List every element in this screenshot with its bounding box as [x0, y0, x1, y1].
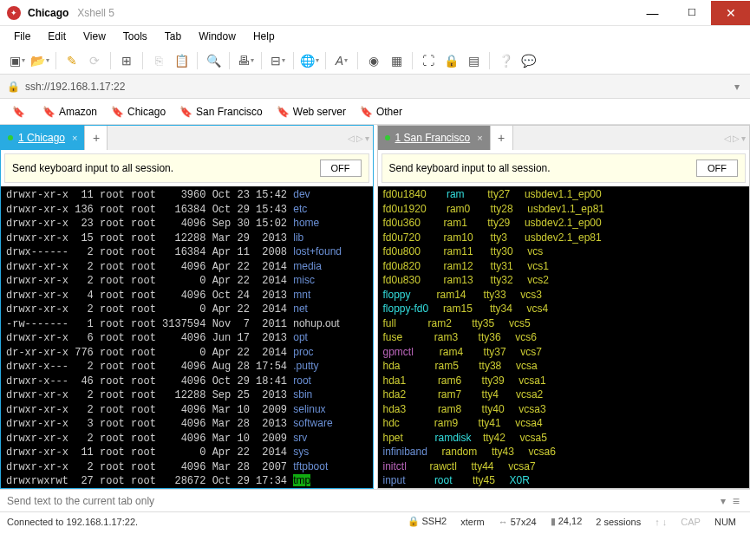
status-num: NUM: [708, 517, 743, 527]
status-dot-icon: [385, 135, 390, 140]
bookmark-label: Chicago: [127, 106, 166, 118]
status-size: ↔57x24: [492, 517, 544, 527]
broadcast-toggle-button[interactable]: OFF: [320, 160, 362, 177]
copy-button[interactable]: ⎘: [148, 50, 169, 71]
menu-view[interactable]: View: [76, 29, 113, 44]
status-arrows: ↑ ↓: [648, 517, 674, 527]
bookmark-icon: 🔖: [277, 106, 290, 118]
window-subtitle: Xshell 5: [77, 7, 114, 19]
tab-row-right: 1 San Francisco × + ◁ ▷ ▾: [378, 126, 750, 150]
tab-next-icon[interactable]: ▷: [356, 133, 363, 143]
terminal-chicago[interactable]: drwxr-xr-x 11 root root 3960 Oct 23 15:4…: [1, 186, 373, 488]
feedback-button[interactable]: 💬: [518, 50, 538, 71]
bookmark-other[interactable]: 🔖Other: [355, 104, 408, 120]
menu-help[interactable]: Help: [246, 29, 282, 44]
theme-button[interactable]: ▦: [386, 50, 407, 71]
tab-sanfrancisco[interactable]: 1 San Francisco ×: [378, 126, 491, 150]
bookmark-label: Web server: [293, 106, 346, 118]
lock-button[interactable]: 🔒: [440, 50, 461, 71]
lock-icon: 🔒: [7, 81, 20, 93]
bookmark-web-server[interactable]: 🔖Web server: [271, 104, 351, 120]
app-logo-icon: ✦: [7, 6, 21, 20]
tab-nav-right: ◁ ▷ ▾: [724, 126, 746, 150]
address-input[interactable]: [25, 81, 731, 93]
send-input[interactable]: [7, 495, 717, 507]
bookmark-label: San Francisco: [196, 106, 263, 118]
status-cap: CAP: [674, 517, 708, 527]
new-session-button[interactable]: ▣: [7, 50, 28, 71]
find-button[interactable]: 🔍: [203, 50, 224, 71]
pane-sanfrancisco: 1 San Francisco × + ◁ ▷ ▾ Send keyboard …: [377, 125, 751, 489]
tab-label: 1 San Francisco: [395, 132, 471, 144]
color-scheme-button[interactable]: ◉: [363, 50, 384, 71]
bookmark-icon: 🔖: [111, 106, 124, 118]
font-button[interactable]: A: [331, 50, 352, 71]
tab-add-button[interactable]: +: [491, 126, 513, 150]
toolbar: ▣ 📂 ✎ ⟳ ⊞ ⎘ 📋 🔍 🖶 ⊟ 🌐 A ◉ ▦ ⛶ 🔒 ▤ ❔ 💬: [0, 47, 750, 75]
tab-nav-left: ◁ ▷ ▾: [348, 126, 369, 150]
status-ssh: 🔒SSH2: [401, 516, 454, 527]
highlight-button[interactable]: ✎: [62, 50, 82, 71]
send-menu-icon[interactable]: ≡: [729, 494, 743, 508]
cursor-icon: ▮: [551, 516, 556, 526]
tab-row-left: 1 Chicago × + ◁ ▷ ▾: [1, 126, 373, 150]
print-button[interactable]: 🖶: [235, 50, 256, 71]
broadcast-bar-right: Send keyboard input to all session. OFF: [382, 153, 747, 183]
broadcast-msg: Send keyboard input to all session.: [12, 162, 173, 174]
tab-add-button[interactable]: +: [85, 126, 108, 150]
bookmark-amazon[interactable]: 🔖Amazon: [37, 104, 102, 120]
bookmark-multi-icon: 🔖: [360, 106, 373, 118]
bookmark-label: Amazon: [59, 106, 97, 118]
bookmark-label: Other: [376, 106, 402, 118]
titlebar: ✦ Chicago Xshell 5 — ☐ ✕: [0, 0, 750, 26]
tab-list-icon[interactable]: ▾: [365, 133, 369, 143]
status-sessions: 2 sessions: [589, 517, 648, 527]
bookmark-san-francisco[interactable]: 🔖San Francisco: [174, 104, 268, 120]
open-button[interactable]: 📂: [29, 50, 50, 71]
menubar: FileEditViewToolsTabWindowHelp: [0, 26, 750, 47]
tab-prev-icon[interactable]: ◁: [724, 133, 731, 143]
menu-file[interactable]: File: [7, 29, 37, 44]
close-button[interactable]: ✕: [711, 1, 750, 25]
properties-button[interactable]: ⊞: [116, 50, 137, 71]
menu-window[interactable]: Window: [192, 29, 243, 44]
terminal-sanfrancisco[interactable]: fd0u1840 ram tty27 usbdev1.1_ep00 fd0u19…: [378, 186, 750, 488]
status-connection: Connected to 192.168.1.17:22.: [7, 517, 138, 527]
minimize-button[interactable]: —: [633, 1, 672, 25]
address-dropdown-icon[interactable]: ▾: [731, 81, 743, 93]
bookmark-icon: 🔖: [42, 106, 55, 118]
tab-label: 1 Chicago: [18, 132, 65, 144]
status-dot-icon: [8, 135, 13, 140]
tile-button[interactable]: ⊟: [267, 50, 288, 71]
maximize-button[interactable]: ☐: [672, 1, 711, 25]
bookmark-add-icon: 🔖: [12, 106, 25, 118]
reconnect-button[interactable]: ⟳: [84, 50, 105, 71]
status-pos: ▮24,12: [544, 516, 590, 527]
tab-close-icon[interactable]: ×: [477, 133, 482, 143]
send-bar: ▾ ≡: [0, 489, 750, 511]
bookmark-chicago[interactable]: 🔖Chicago: [106, 104, 171, 120]
lock-icon: 🔒: [408, 516, 420, 526]
split-panes: 1 Chicago × + ◁ ▷ ▾ Send keyboard input …: [0, 125, 750, 489]
menu-tab[interactable]: Tab: [158, 29, 188, 44]
status-term: xterm: [453, 517, 492, 527]
tab-next-icon[interactable]: ▷: [733, 133, 740, 143]
help-button[interactable]: ❔: [495, 50, 516, 71]
tab-chicago[interactable]: 1 Chicago ×: [1, 126, 85, 150]
transparency-button[interactable]: ▤: [463, 50, 484, 71]
encoding-button[interactable]: 🌐: [299, 50, 320, 71]
tab-prev-icon[interactable]: ◁: [348, 133, 355, 143]
send-dropdown-icon[interactable]: ▾: [717, 495, 729, 507]
tab-list-icon[interactable]: ▾: [741, 133, 746, 143]
resize-icon: ↔: [499, 517, 508, 527]
menu-tools[interactable]: Tools: [116, 29, 154, 44]
broadcast-msg: Send keyboard input to all session.: [389, 162, 551, 174]
broadcast-bar-left: Send keyboard input to all session. OFF: [4, 153, 369, 183]
menu-edit[interactable]: Edit: [41, 29, 73, 44]
broadcast-toggle-button[interactable]: OFF: [696, 160, 738, 177]
bookmark-add-button[interactable]: 🔖: [7, 104, 34, 120]
fullscreen-button[interactable]: ⛶: [418, 50, 439, 71]
pane-chicago: 1 Chicago × + ◁ ▷ ▾ Send keyboard input …: [0, 125, 374, 489]
tab-close-icon[interactable]: ×: [72, 133, 77, 143]
paste-button[interactable]: 📋: [171, 50, 192, 71]
